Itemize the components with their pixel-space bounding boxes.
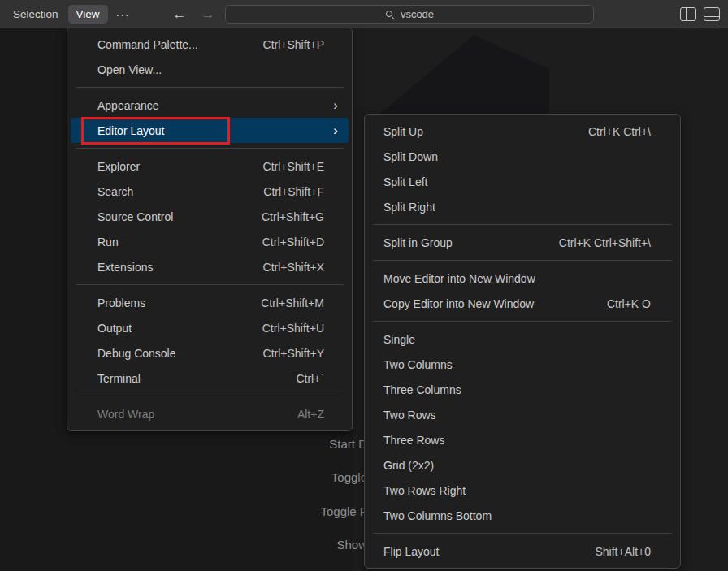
submenu-item-two-columns[interactable]: Two Columns (368, 352, 677, 377)
menu-item-extensions[interactable]: Extensions Ctrl+Shift+X (71, 254, 349, 279)
menu-item-label: Word Wrap (71, 408, 154, 421)
menu-item-label: Extensions (71, 261, 153, 274)
submenu-item-split-down[interactable]: Split Down (368, 144, 677, 169)
menu-item-label: Copy Editor into New Window (368, 297, 534, 310)
menu-separator (373, 533, 672, 534)
submenu-item-two-rows[interactable]: Two Rows (368, 402, 677, 427)
menu-item-shortcut: Shift+Alt+0 (596, 545, 678, 558)
menu-item-explorer[interactable]: Explorer Ctrl+Shift+E (71, 154, 349, 179)
menu-item-label: Source Control (71, 210, 173, 223)
menu-item-shortcut: Ctrl+Shift+M (261, 296, 349, 309)
menu-item-word-wrap: Word Wrap Alt+Z (71, 401, 349, 426)
menu-item-open-view[interactable]: Open View... (71, 57, 349, 82)
menu-item-label: Search (71, 185, 133, 198)
toggle-panel-icon[interactable] (704, 7, 720, 21)
submenu-item-single[interactable]: Single (368, 327, 677, 352)
chevron-right-icon: › (333, 123, 349, 137)
menu-item-problems[interactable]: Problems Ctrl+Shift+M (71, 290, 349, 315)
menu-item-shortcut: Ctrl+Shift+E (263, 160, 349, 173)
command-center-search[interactable]: vscode (225, 5, 594, 24)
submenu-item-two-columns-bottom[interactable]: Two Columns Bottom (368, 503, 677, 528)
menu-item-shortcut: Ctrl+Shift+G (262, 210, 349, 223)
menu-item-label: Explorer (71, 160, 140, 173)
submenu-item-three-rows[interactable]: Three Rows (368, 427, 677, 452)
nav-back-icon[interactable]: ← (166, 6, 194, 23)
submenu-item-flip-layout[interactable]: Flip Layout Shift+Alt+0 (368, 539, 677, 564)
menu-item-label: Split in Group (368, 236, 453, 249)
watermark-label: Toggle (0, 469, 367, 486)
menu-item-label: Two Columns Bottom (368, 509, 492, 522)
submenu-item-three-columns[interactable]: Three Columns (368, 377, 677, 402)
menu-item-shortcut: Ctrl+Shift+X (263, 261, 349, 274)
menu-item-label: Split Left (368, 175, 427, 188)
menu-separator (76, 284, 344, 285)
menu-item-label: Grid (2x2) (368, 459, 434, 472)
menu-item-label: Open View... (71, 63, 162, 76)
menu-item-shortcut: Ctrl+Shift+Y (263, 347, 349, 360)
submenu-item-split-up[interactable]: Split Up Ctrl+K Ctrl+\ (368, 119, 677, 144)
chevron-right-icon: › (333, 98, 349, 112)
submenu-item-split-in-group[interactable]: Split in Group Ctrl+K Ctrl+Shift+\ (368, 230, 677, 255)
menu-item-label: Problems (71, 296, 145, 309)
menu-item-shortcut: Ctrl+Shift+U (262, 322, 349, 335)
annotation-red-box (81, 117, 230, 145)
menu-item-label: Single (368, 333, 415, 346)
toggle-sidebar-icon[interactable] (680, 7, 696, 21)
menu-item-label: Two Rows (368, 409, 436, 422)
menu-item-label: Three Columns (368, 383, 462, 396)
menu-item-shortcut: Ctrl+Shift+F (263, 185, 349, 198)
menu-item-shortcut: Ctrl+K O (607, 297, 677, 310)
nav-forward-icon: → (194, 6, 223, 23)
submenu-item-grid-2x2[interactable]: Grid (2x2) (368, 452, 677, 478)
menubar-item-view[interactable]: View (68, 5, 108, 24)
menu-item-debug-console[interactable]: Debug Console Ctrl+Shift+Y (71, 340, 349, 366)
menu-item-label: Split Up (368, 125, 423, 138)
menu-item-terminal[interactable]: Terminal Ctrl+` (71, 366, 349, 391)
view-menu: Command Palette... Ctrl+Shift+P Open Vie… (67, 27, 353, 431)
search-value: vscode (401, 8, 434, 20)
submenu-item-move-editor-new-window[interactable]: Move Editor into New Window (368, 266, 677, 291)
submenu-item-copy-editor-new-window[interactable]: Copy Editor into New Window Ctrl+K O (368, 291, 677, 316)
menu-item-appearance[interactable]: Appearance › (71, 93, 349, 118)
submenu-item-two-rows-right[interactable]: Two Rows Right (368, 478, 677, 503)
menu-item-command-palette[interactable]: Command Palette... Ctrl+Shift+P (71, 32, 349, 57)
menu-separator (373, 260, 672, 261)
watermark-label: Show (0, 537, 367, 553)
menu-separator (76, 396, 344, 396)
menu-separator (373, 224, 672, 225)
menu-separator (76, 87, 344, 88)
menu-item-label: Terminal (71, 372, 141, 385)
menu-separator (76, 148, 344, 149)
menu-item-source-control[interactable]: Source Control Ctrl+Shift+G (71, 204, 349, 229)
menu-item-shortcut: Ctrl+K Ctrl+\ (588, 125, 677, 138)
menu-item-shortcut: Ctrl+Shift+P (263, 38, 349, 51)
menu-item-shortcut: Ctrl+` (296, 372, 349, 385)
menu-item-shortcut: Ctrl+K Ctrl+Shift+\ (559, 236, 677, 249)
menu-item-label: Flip Layout (368, 545, 439, 558)
menu-item-run[interactable]: Run Ctrl+Shift+D (71, 229, 349, 254)
menu-item-label: Three Rows (368, 434, 444, 447)
menu-separator (373, 321, 672, 322)
menu-item-shortcut: Ctrl+Shift+D (262, 236, 349, 249)
menu-item-search[interactable]: Search Ctrl+Shift+F (71, 179, 349, 204)
menu-item-output[interactable]: Output Ctrl+Shift+U (71, 315, 349, 340)
menu-item-label: Split Right (368, 201, 436, 214)
menu-item-label: Command Palette... (71, 38, 198, 51)
menubar-more-icon[interactable]: ··· (108, 5, 138, 24)
menu-item-label: Move Editor into New Window (368, 272, 535, 285)
submenu-item-split-left[interactable]: Split Left (368, 169, 677, 194)
menu-item-shortcut: Alt+Z (297, 408, 349, 421)
submenu-item-split-right[interactable]: Split Right (368, 194, 677, 219)
menu-item-label: Appearance (71, 99, 159, 112)
search-icon (385, 10, 395, 19)
watermark-label: Start D (0, 436, 367, 452)
menubar-item-selection[interactable]: Selection (5, 5, 67, 24)
menu-item-label: Debug Console (71, 347, 176, 360)
editor-layout-submenu: Split Up Ctrl+K Ctrl+\ Split Down Split … (364, 114, 681, 569)
menu-item-label: Run (71, 236, 119, 249)
menu-item-label: Two Columns (368, 358, 453, 371)
watermark-label: Toggle F (0, 504, 367, 520)
titlebar: Selection View ··· ← → vscode (0, 0, 728, 28)
menu-item-label: Two Rows Right (368, 484, 466, 497)
menu-item-label: Output (71, 322, 132, 335)
